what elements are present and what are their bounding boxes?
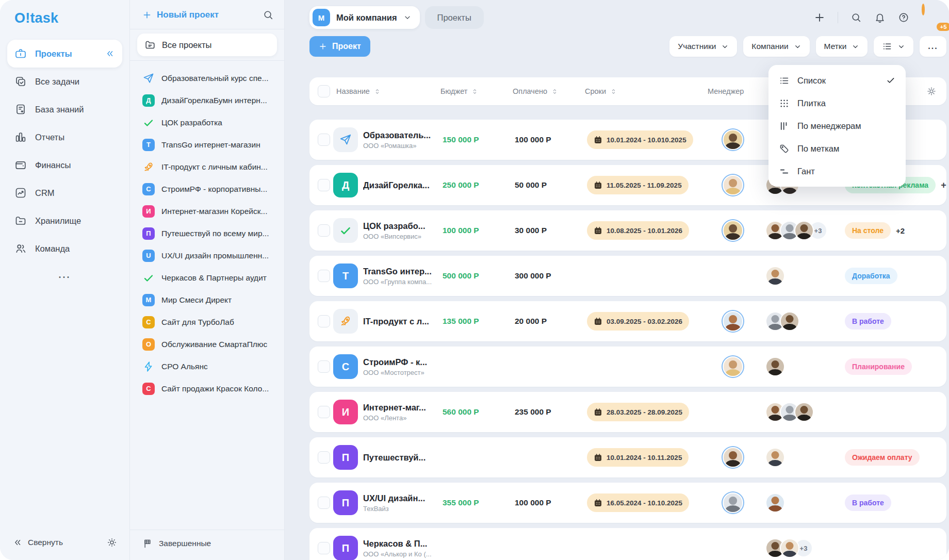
team-avatar[interactable] — [780, 311, 799, 331]
team-avatar[interactable] — [765, 448, 785, 467]
project-list-item[interactable]: U UX/UI дизайн промышленн... — [142, 244, 280, 267]
table-settings-gear-icon[interactable] — [926, 86, 937, 97]
table-row[interactable]: Т TransGo интер... ООО «Группа компа... … — [309, 256, 946, 296]
manager-avatar[interactable] — [723, 311, 743, 332]
project-list-item[interactable]: И Интернет-магазин Корейск... — [142, 200, 280, 222]
manager-avatar[interactable] — [723, 129, 743, 150]
filter-button-компании[interactable]: Компании — [743, 36, 809, 57]
dates-cell: 10.08.2025 - 10.01.2026 — [587, 221, 692, 240]
row-checkbox[interactable] — [318, 542, 330, 554]
company-switcher[interactable]: М Мой компания — [309, 6, 420, 29]
manager-avatar[interactable] — [723, 220, 743, 241]
project-list-item[interactable]: Д ДизайГорелкаБумн интерн... — [142, 89, 280, 111]
view-menu-item[interactable]: Список — [768, 69, 906, 92]
table-row[interactable]: ЦОК разрабо... ООО «Випсервис» 100 000 Р… — [309, 210, 946, 251]
search-icon[interactable] — [850, 12, 862, 23]
completed-projects-item[interactable]: Завершенные — [130, 530, 284, 560]
table-row[interactable]: IT-продукт с л... 135 000 Р 20 000 Р 03.… — [309, 301, 946, 341]
label-cell: Доработка — [845, 268, 946, 284]
view-menu-item[interactable]: По менеджерам — [768, 114, 906, 137]
view-menu-item[interactable]: Гант — [768, 160, 906, 183]
project-name: Интернет-маг... — [363, 403, 440, 413]
row-checkbox[interactable] — [318, 134, 330, 146]
view-menu-item[interactable]: По меткам — [768, 137, 906, 160]
manager-avatar[interactable] — [723, 447, 743, 468]
status-badge[interactable]: В работе — [845, 495, 891, 511]
row-checkbox[interactable] — [318, 179, 330, 191]
project-list-item[interactable]: СРО Альянс — [142, 355, 280, 377]
team-avatar[interactable] — [794, 402, 814, 422]
project-list-item[interactable]: Образовательный курс спе... — [142, 67, 280, 89]
sort-icon[interactable] — [551, 87, 558, 96]
help-icon[interactable] — [898, 12, 909, 23]
filter-button-участники[interactable]: Участники — [669, 36, 737, 57]
project-list-item[interactable]: С СтроимРФ - корпоративны... — [142, 178, 280, 200]
table-row[interactable]: П Путешествуй... 10.01.2024 - 10.11.2025… — [309, 437, 946, 477]
table-row[interactable]: П UX/UI дизайн... ТехВайз 355 000 Р 100 … — [309, 483, 946, 523]
table-row[interactable]: С СтроимРФ - к... ООО «Мостотрест» Плани… — [309, 347, 946, 387]
project-list-item[interactable]: ЦОК разработка — [142, 111, 280, 134]
filter-button-метки[interactable]: Метки — [816, 36, 868, 57]
add-label-button[interactable]: + — [941, 180, 946, 191]
notifications-bell-icon[interactable] — [874, 12, 886, 23]
theme-sun-icon[interactable] — [107, 537, 117, 548]
sidebar-item-knowledge-base[interactable]: База знаний — [7, 95, 122, 123]
sidebar-item-all-tasks[interactable]: Все задачи — [7, 68, 122, 95]
more-actions-button[interactable]: ... — [920, 36, 946, 57]
sidebar-item-storage[interactable]: Хранилище — [7, 207, 122, 235]
view-menu-item[interactable]: Плитка — [768, 92, 906, 114]
status-badge[interactable]: В работе — [845, 313, 891, 330]
add-icon[interactable] — [814, 12, 825, 23]
manager-avatar[interactable] — [723, 356, 743, 377]
row-checkbox[interactable] — [318, 224, 330, 237]
sidebar-item-finance[interactable]: Финансы — [7, 151, 122, 179]
team-avatar[interactable] — [794, 221, 814, 240]
row-checkbox[interactable] — [318, 497, 330, 509]
status-badge[interactable]: Доработка — [845, 268, 897, 284]
sort-icon[interactable] — [471, 87, 478, 96]
view-mode-button[interactable] — [874, 36, 913, 57]
team-avatar[interactable] — [780, 538, 799, 558]
select-all-checkbox[interactable] — [318, 85, 330, 97]
project-list-item[interactable]: Т TransGo интернет-магазин — [142, 134, 280, 156]
sidebar-item-projects[interactable]: Проекты — [7, 40, 122, 68]
collapse-section-icon[interactable] — [105, 48, 115, 59]
sort-icon[interactable] — [374, 87, 381, 96]
sort-icon[interactable] — [610, 87, 617, 96]
sidebar-more-button[interactable]: ... — [7, 270, 122, 281]
project-list-item[interactable]: С Сайт для ТурбоЛаб — [142, 311, 280, 333]
project-list-item[interactable]: О Обслуживание СмартаПлюс — [142, 333, 280, 355]
sidebar-item-team[interactable]: Команда — [7, 235, 122, 262]
sidebar-item-reports[interactable]: Отчеты — [7, 123, 122, 151]
sidebar-item-crm[interactable]: CRM — [7, 179, 122, 207]
project-list-item[interactable]: П Путешествуй по всему мир... — [142, 222, 280, 244]
project-list-item[interactable]: IT-продукт с личным кабин... — [142, 156, 280, 178]
row-checkbox[interactable] — [318, 270, 330, 282]
all-projects-item[interactable]: Все проекты — [137, 34, 277, 56]
tab-projects[interactable]: Проекты — [425, 6, 484, 29]
row-checkbox[interactable] — [318, 315, 330, 327]
project-name: ЦОК разрабо... — [363, 221, 440, 231]
new-project-button[interactable]: Проект — [309, 36, 370, 57]
project-list-item[interactable]: С Сайт продажи Красок Коло... — [142, 377, 280, 400]
table-row[interactable]: П Черкасов & П... ООО «Алькор и Ко (... … — [309, 528, 946, 560]
team-avatar[interactable] — [765, 266, 785, 286]
manager-avatar[interactable] — [723, 175, 743, 195]
status-badge[interactable]: На столе — [845, 222, 891, 239]
manager-cell — [710, 175, 756, 195]
search-projects-icon[interactable] — [263, 9, 274, 21]
table-row[interactable]: И Интернет-маг... ООО «Лента» 560 000 Р … — [309, 392, 946, 432]
team-avatar[interactable] — [765, 493, 785, 513]
project-list-item[interactable]: М Мир Смеси Директ — [142, 289, 280, 311]
status-badge[interactable]: Планирование — [845, 358, 912, 375]
collapse-sidebar-button[interactable]: Свернуть — [12, 537, 63, 548]
row-checkbox[interactable] — [318, 451, 330, 464]
row-checkbox[interactable] — [318, 406, 330, 418]
manager-avatar[interactable] — [723, 492, 743, 513]
team-avatar[interactable] — [765, 357, 785, 376]
new-project-link[interactable]: Новый проект — [142, 10, 219, 20]
user-avatar[interactable]: +5 — [922, 5, 946, 30]
row-checkbox[interactable] — [318, 360, 330, 373]
status-badge[interactable]: Ожидаем оплату — [845, 449, 920, 466]
project-list-item[interactable]: Черкасов & Партнеры аудит — [142, 267, 280, 289]
